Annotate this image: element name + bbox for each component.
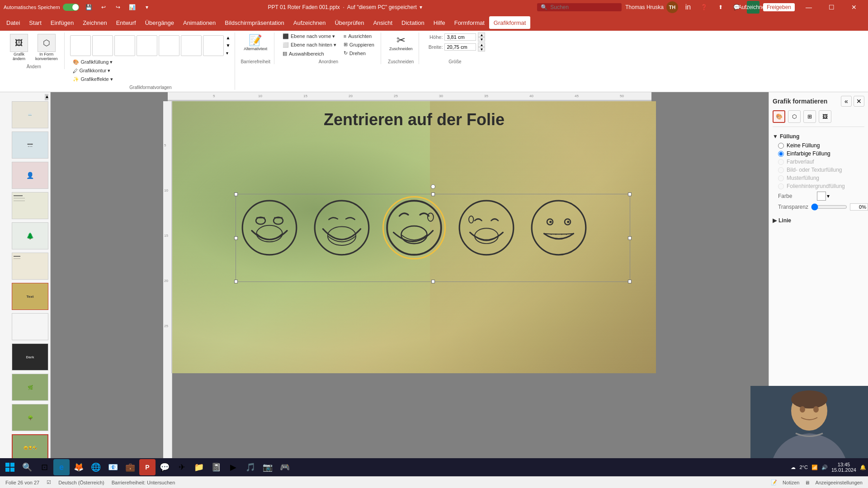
app3-btn[interactable]: 📷 [259,459,276,475]
network-icon[interactable]: 📶 [811,465,818,470]
menu-animationen[interactable]: Animationen [179,16,220,29]
width-input[interactable] [444,43,476,51]
transparenz-slider[interactable] [811,203,847,211]
emoji-4[interactable] [457,198,516,257]
slide-thumb-25[interactable]: 25 🌳 [12,404,48,431]
menu-start[interactable]: Start [24,16,46,29]
emoji-5[interactable] [529,198,588,257]
filling-section-header[interactable]: ▼ Füllung [773,131,864,141]
menu-entwurf[interactable]: Entwurf [112,16,141,29]
powerpoint-btn[interactable]: P [139,459,156,475]
emoji-1[interactable] [240,198,299,257]
slide-thumb-15[interactable]: 15 ⌨️ [12,101,48,128]
menu-grafikformat[interactable]: Grafikformat [489,16,531,29]
slide-thumb-17[interactable]: 17 👤 [12,162,48,189]
slide-thumb-26[interactable]: 26 😄😂🤣 [12,434,48,461]
in-form-btn[interactable]: ⬡ In Formkonvertieren [33,33,61,62]
panel-close-btn[interactable]: ✕ [854,96,864,107]
gruppieren-btn[interactable]: ⊞ Gruppieren [341,41,377,48]
emoji-group-container[interactable] [240,198,588,257]
shape-thumb-1[interactable] [70,35,91,56]
ebene-hinten-btn[interactable]: ⬜ Ebene nach hinten ▾ [280,41,339,49]
einfarbige-fuellung-radio[interactable] [778,151,784,157]
keine-fuellung-radio[interactable] [778,143,784,149]
start-btn[interactable] [2,459,18,475]
slide-thumb-20[interactable]: 20 ▬▬▬——— [12,253,48,280]
firefox-btn[interactable]: 🦊 [71,459,87,475]
slide-thumb-19[interactable]: 19 🌲 [12,222,48,249]
menu-hilfe[interactable]: Hilfe [429,16,450,29]
redo-icon[interactable]: ↪ [112,1,124,14]
shape-thumb-7[interactable] [203,35,224,56]
notification-icon[interactable]: 🔔 [860,465,866,470]
zuschneiden-btn[interactable]: ✂ Zuschneiden [387,33,415,52]
taskview-btn[interactable]: ⊡ [36,459,52,475]
width-up-btn[interactable]: ▲ [478,42,485,47]
grafikeffekte-btn[interactable]: ✨ Grafikeffekte ▾ [70,75,231,83]
scroll-up-btn[interactable]: ▲ [45,94,48,100]
grafikfuellung-btn[interactable]: 🎨 Grafikfüllung ▾ [70,58,231,66]
ebene-vorne-btn[interactable]: ⬛ Ebene nach vorne ▾ [280,33,339,40]
display-settings-label[interactable]: Anzeigeeinstellungen [815,480,863,485]
file-explorer-btn[interactable]: 📁 [191,459,207,475]
menu-ansicht[interactable]: Ansicht [368,16,397,29]
color-picker-btn[interactable]: ▾ [817,192,830,201]
app4-btn[interactable]: 🎮 [277,459,293,475]
notes-label[interactable]: Notizen [783,480,799,485]
freigeben-btn[interactable]: Freigeben [763,3,795,11]
menu-ueberpruefen[interactable]: Überprüfen [330,16,368,29]
panel-table-icon[interactable]: ⊞ [803,110,816,123]
style-down-btn[interactable]: ▼ [225,42,231,49]
autosave-toggle[interactable] [63,4,79,11]
save-icon[interactable]: 💾 [83,1,95,14]
share-icon[interactable]: Aufzeichnen [747,1,760,14]
menu-einfuegen[interactable]: Einfügen [46,16,78,29]
taskbar-clock[interactable]: 13:45 15.01.2024 [831,462,856,473]
telegram-btn[interactable]: ✈ [174,459,190,475]
shape-thumb-4[interactable] [137,35,157,56]
edge-btn[interactable]: e [53,459,70,475]
slide-thumb-16[interactable]: 16 ▬▬• • • [12,131,48,159]
chrome-btn[interactable]: 🌐 [88,459,104,475]
search-input[interactable] [550,4,618,10]
slide-thumb-18[interactable]: 18 ▬▬▬▬—————————— [12,192,48,219]
shape-thumb-5[interactable] [159,35,179,56]
height-up-btn[interactable]: ▲ [478,33,485,37]
height-down-btn[interactable]: ▼ [478,37,485,42]
close-btn[interactable]: ✕ [844,0,864,14]
linkedin-icon[interactable]: in [682,1,694,14]
emoji-3-selected[interactable] [385,198,443,257]
slide-thumb-24[interactable]: 24 🌿 [12,374,48,401]
ribbon-toggle-icon[interactable]: ⬆ [714,1,727,14]
panel-image-icon[interactable]: 🖼 [819,110,831,123]
transparenz-value[interactable] [850,203,868,211]
shape-thumb-2[interactable] [92,35,113,56]
more-icon[interactable]: ▾ [141,1,153,14]
app1-btn[interactable]: ▶ [225,459,241,475]
slide-thumb-22[interactable]: 22 [12,313,48,340]
slide-thumb-21[interactable]: 21 Text [12,283,48,310]
style-more-btn[interactable]: ▾ [225,50,231,56]
undo-icon[interactable]: ↩ [97,1,110,14]
search-taskbar-btn[interactable]: 🔍 [19,459,35,475]
outlook-btn[interactable]: 📧 [105,459,121,475]
style-up-btn[interactable]: ▲ [225,34,231,41]
width-down-btn[interactable]: ▼ [478,47,485,52]
menu-bildschirm[interactable]: Bildschirmpräsentation [220,16,289,29]
search-box[interactable]: 🔍 [537,3,622,11]
teams-btn[interactable]: 💼 [122,459,138,475]
panel-fill-icon[interactable]: 🎨 [773,110,785,123]
menu-zeichnen[interactable]: Zeichnen [78,16,111,29]
menu-formformat[interactable]: Formformat [450,16,489,29]
height-input[interactable] [444,33,476,41]
menu-datei[interactable]: Datei [2,16,24,29]
line-section-header[interactable]: ▶ Linie [773,216,864,225]
menu-dictation[interactable]: Dictation [397,16,429,29]
alternativtext-btn[interactable]: 📝 Alternativtext [241,33,270,52]
menu-uebergaenge[interactable]: Übergänge [141,16,179,29]
volume-icon[interactable]: 🔊 [821,465,828,470]
auswahlbereich-btn[interactable]: ▤ Auswahlbereich [280,50,339,57]
slide-thumb-23[interactable]: 23 Dark [12,343,48,371]
minimize-btn[interactable]: — [798,0,819,14]
menu-aufzeichnen[interactable]: Aufzeichnen [289,16,330,29]
